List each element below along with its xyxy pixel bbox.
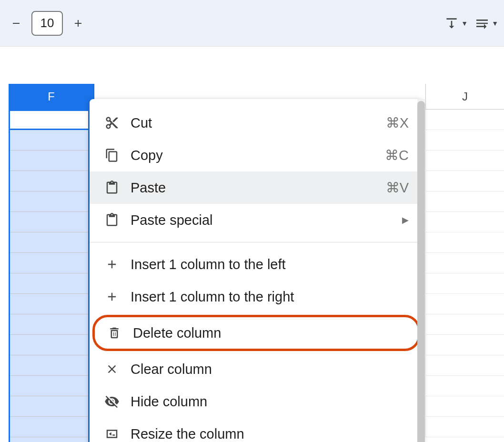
clipboard-icon xyxy=(104,180,120,196)
cell[interactable] xyxy=(10,253,88,273)
cell[interactable] xyxy=(10,232,88,253)
menu-label: Clear column xyxy=(131,362,409,377)
menu-item-paste-special[interactable]: Paste special ▶ xyxy=(90,204,423,236)
menu-item-hide-column[interactable]: Hide column xyxy=(90,385,423,418)
grid-column-j xyxy=(425,110,504,437)
column-header-label: F xyxy=(48,90,55,103)
menu-label: Paste special xyxy=(131,212,402,228)
cell[interactable] xyxy=(425,335,504,355)
clipboard-icon xyxy=(104,212,120,228)
decrease-font-button[interactable] xyxy=(5,12,28,35)
cell[interactable] xyxy=(425,212,504,232)
cell[interactable] xyxy=(10,273,88,294)
vertical-align-bottom-icon xyxy=(444,16,459,31)
cell[interactable] xyxy=(10,294,88,314)
selected-cells xyxy=(9,130,90,442)
cell[interactable] xyxy=(425,110,504,130)
cell[interactable] xyxy=(425,376,504,396)
toolbar: 10 ▼ ▼ xyxy=(0,0,504,47)
cell[interactable] xyxy=(10,396,88,417)
menu-label: Cut xyxy=(131,115,386,131)
menu-item-insert-left[interactable]: Insert 1 column to the left xyxy=(90,248,423,281)
cell[interactable] xyxy=(10,212,88,232)
cell[interactable] xyxy=(425,253,504,273)
text-wrap-dropdown[interactable]: ▼ xyxy=(474,16,498,31)
copy-icon xyxy=(104,147,120,163)
menu-label: Delete column xyxy=(133,325,406,341)
context-menu: Cut ⌘X Copy ⌘C Paste ⌘V Paste special ▶ … xyxy=(90,99,423,442)
cell[interactable] xyxy=(10,437,88,442)
menu-label: Insert 1 column to the left xyxy=(131,257,409,272)
font-size-value: 10 xyxy=(40,16,54,30)
cell[interactable] xyxy=(425,355,504,376)
menu-scrollbar[interactable] xyxy=(417,99,425,442)
cell[interactable] xyxy=(10,171,88,191)
column-header-j[interactable]: J xyxy=(425,84,504,110)
cell[interactable] xyxy=(10,314,88,335)
resize-icon xyxy=(104,426,120,442)
cell[interactable] xyxy=(425,130,504,151)
menu-item-insert-right[interactable]: Insert 1 column to the right xyxy=(90,281,423,313)
cell[interactable] xyxy=(425,314,504,335)
menu-label: Copy xyxy=(131,148,385,163)
menu-item-cut[interactable]: Cut ⌘X xyxy=(90,107,423,139)
cell[interactable] xyxy=(10,417,88,437)
trash-icon xyxy=(106,325,122,341)
scissors-icon xyxy=(104,115,120,131)
menu-item-clear-column[interactable]: Clear column xyxy=(90,353,423,385)
menu-item-resize-column[interactable]: Resize the column xyxy=(90,418,423,442)
minus-icon xyxy=(10,18,22,29)
cell[interactable] xyxy=(10,376,88,396)
column-header-f[interactable]: F xyxy=(9,84,94,110)
column-header-label: J xyxy=(462,90,468,103)
cell[interactable] xyxy=(10,191,88,212)
cell[interactable] xyxy=(10,335,88,355)
chevron-down-icon: ▼ xyxy=(492,20,498,27)
font-size-input[interactable]: 10 xyxy=(31,11,63,36)
menu-shortcut: ⌘X xyxy=(386,115,409,131)
cell[interactable] xyxy=(10,151,88,171)
menu-item-delete-column[interactable]: Delete column xyxy=(92,315,420,351)
vertical-align-dropdown[interactable]: ▼ xyxy=(444,16,468,31)
cell[interactable] xyxy=(425,171,504,191)
eye-off-icon xyxy=(104,393,120,410)
spacer xyxy=(0,47,504,84)
plus-icon xyxy=(104,256,120,272)
scrollbar-thumb[interactable] xyxy=(417,101,425,442)
menu-label: Paste xyxy=(131,180,386,196)
plus-icon xyxy=(72,18,84,29)
increase-font-button[interactable] xyxy=(67,12,90,35)
selected-column: F xyxy=(9,84,90,442)
cell[interactable] xyxy=(10,130,88,151)
cell[interactable] xyxy=(425,417,504,437)
menu-divider xyxy=(90,242,423,242)
cell[interactable] xyxy=(425,273,504,294)
text-wrap-icon xyxy=(474,16,490,31)
chevron-down-icon: ▼ xyxy=(461,20,468,27)
cell[interactable] xyxy=(10,355,88,376)
menu-item-paste[interactable]: Paste ⌘V xyxy=(90,171,423,204)
active-cell[interactable] xyxy=(9,110,90,130)
menu-label: Resize the column xyxy=(131,426,409,442)
cell[interactable] xyxy=(425,151,504,171)
cell[interactable] xyxy=(425,294,504,314)
menu-shortcut: ⌘V xyxy=(386,180,409,196)
menu-item-copy[interactable]: Copy ⌘C xyxy=(90,139,423,171)
cell[interactable] xyxy=(425,191,504,212)
close-icon xyxy=(104,361,120,377)
chevron-right-icon: ▶ xyxy=(402,215,409,225)
cell[interactable] xyxy=(425,396,504,417)
plus-icon xyxy=(104,289,120,305)
cell[interactable] xyxy=(425,232,504,253)
menu-shortcut: ⌘C xyxy=(385,147,409,163)
menu-label: Hide column xyxy=(131,394,409,410)
menu-label: Insert 1 column to the right xyxy=(131,289,409,305)
